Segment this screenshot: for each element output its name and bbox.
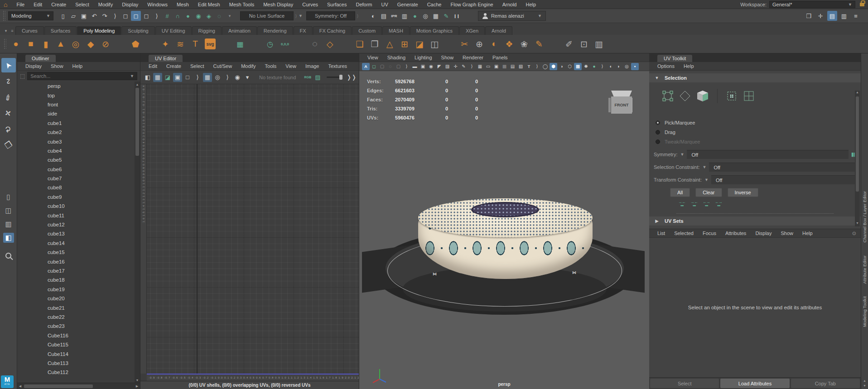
chevron-down-icon[interactable]: ▾ [243, 73, 252, 82]
make-live-icon[interactable]: ◌ [214, 11, 224, 21]
scale-tool[interactable]: ❏ [1, 137, 16, 152]
attribute-editor-menu-item[interactable]: List [653, 231, 670, 236]
uv-editor-menu-item[interactable]: Tools [260, 63, 281, 69]
filter-icon[interactable]: ⬚ [20, 73, 25, 79]
channel-box-toggle-icon[interactable]: ≡ [851, 11, 861, 21]
platonic-solid-icon[interactable]: ⬟ [128, 37, 143, 51]
snap-viewplane-icon[interactable]: ◈ [204, 11, 214, 21]
file-new-icon[interactable]: ▯ [58, 11, 68, 21]
extrude-icon[interactable]: ⊞ [397, 37, 412, 51]
modeling-toolkit-toggle-icon[interactable]: ❒ [804, 11, 814, 21]
scroll-left-icon[interactable]: ◀ [17, 384, 23, 388]
outliner-tab[interactable]: Outliner [25, 55, 56, 62]
menubar-item[interactable]: Edit [29, 2, 47, 7]
quad-draw-icon[interactable]: ✎ [532, 37, 546, 51]
snap-projected-center-icon[interactable]: ◉ [193, 11, 203, 21]
wrap-icon[interactable]: ◇ [323, 37, 337, 51]
menubar-item[interactable]: Mesh Tools [225, 2, 259, 7]
smooth-icon[interactable]: △ [382, 37, 397, 51]
transform-constraint-value[interactable]: Off [711, 175, 856, 184]
view-cube-top[interactable] [611, 91, 632, 96]
view-cube-left[interactable] [608, 98, 611, 112]
attribute-editor-menu-item[interactable]: Attributes [721, 231, 751, 236]
workspace-select[interactable]: General* ▼ [769, 1, 855, 8]
copy-tab-button[interactable]: Copy Tab [791, 379, 860, 388]
select-button[interactable]: Select [650, 379, 719, 388]
lattice-icon[interactable]: ◌ [308, 37, 322, 51]
menubar-item[interactable]: Create [47, 2, 71, 7]
outliner-menu-item[interactable]: Display [21, 63, 46, 69]
select-hierarchy-icon[interactable]: ◻ [121, 11, 130, 21]
menubar-item[interactable]: Edit Mesh [193, 2, 225, 7]
outliner-item[interactable]: cube3 [17, 137, 140, 146]
select-uv-icon[interactable] [661, 89, 675, 103]
menubar-item[interactable]: Mesh Display [259, 2, 298, 7]
outliner-item[interactable]: cube10 [17, 202, 140, 211]
mirror-icon[interactable]: ◐ [487, 37, 502, 51]
lookdev-icon[interactable]: ◎ [420, 11, 430, 21]
rgb-channels-icon[interactable]: RGB [303, 73, 312, 82]
shelf-tab[interactable]: MASH [382, 26, 410, 35]
uv-borders-icon[interactable]: ▣ [173, 73, 182, 82]
layout-persp-outliner[interactable]: ▥ [3, 219, 14, 229]
outliner-item[interactable]: cube20 [17, 294, 140, 303]
layout-single-pane[interactable]: ▯ [3, 192, 14, 202]
hypershade-icon[interactable]: ● [410, 11, 420, 21]
shelf-tab[interactable]: FX [294, 26, 313, 35]
shelf-tab[interactable]: Motion Graphics [410, 26, 459, 35]
image-dim-slider[interactable] [327, 77, 342, 78]
super-shape-icon[interactable]: ✦ [158, 37, 173, 51]
outliner-item[interactable]: cube9 [17, 192, 140, 202]
lock-icon[interactable] [860, 3, 864, 6]
attribute-editor-toggle-icon[interactable]: ▤ [827, 11, 837, 21]
ipr-render-icon[interactable]: IPR [389, 11, 399, 21]
paint-select-tool[interactable]: ✎ [1, 90, 16, 104]
paint-effects-icon[interactable]: ✎ [441, 11, 451, 21]
uv-editor-menu-item[interactable]: Create [162, 63, 186, 69]
uv-toolkit-menu-item[interactable]: Help [679, 63, 699, 69]
uv-tile-view-icon[interactable]: ▦ [153, 73, 162, 82]
poly-disc-icon[interactable]: ⊘ [98, 37, 113, 51]
multi-cut-icon[interactable]: ✂ [457, 37, 472, 51]
menubar-item[interactable]: Modify [94, 2, 117, 7]
grid-icon[interactable]: ▦ [233, 37, 247, 51]
outliner-item[interactable]: cube15 [17, 248, 140, 257]
scroll-down-icon[interactable]: ▼ [136, 377, 139, 383]
reset-transform-icon[interactable]: 0,0,0 [278, 37, 292, 51]
menubar-item[interactable]: Display [117, 2, 143, 7]
uv-snapshot-camera-icon[interactable]: ◉ [233, 73, 242, 82]
poly-cylinder-icon[interactable]: ▮ [39, 37, 53, 51]
crease-tool-icon[interactable]: ✐ [562, 37, 576, 51]
menubar-item[interactable]: Deform [351, 2, 376, 7]
uv-editor-menu-item[interactable]: Textures [323, 63, 352, 69]
menu-set-select[interactable]: Modeling ▼ [8, 11, 53, 20]
scroll-up-icon[interactable]: ▲ [863, 379, 866, 384]
outliner-menu-item[interactable]: Show [46, 63, 68, 69]
outliner-item[interactable]: cube18 [17, 275, 140, 284]
poly-plane-icon[interactable]: ◆ [83, 37, 98, 51]
file-open-icon[interactable]: ▱ [68, 11, 78, 21]
outliner-item[interactable]: side [17, 109, 140, 118]
outliner-item[interactable]: cube11 [17, 211, 140, 220]
menubar-item[interactable]: Mesh [172, 2, 193, 7]
uv-sets-section-header[interactable]: ▶ UV Sets [649, 216, 861, 226]
manipulator-handle[interactable]: ⋈ [433, 272, 437, 276]
pin-icon[interactable]: ⊙ [852, 231, 856, 236]
menubar-item[interactable]: File [12, 2, 29, 7]
outliner-menu-item[interactable]: Help [68, 63, 87, 69]
bridge-icon[interactable]: ◫ [427, 37, 442, 51]
shelf-tab[interactable]: UV Editing [155, 26, 192, 35]
select-object-icon[interactable]: ◻ [131, 11, 141, 21]
attribute-editor-menu-item[interactable]: Focus [698, 231, 721, 236]
load-attributes-button[interactable]: Load Attributes [720, 379, 789, 388]
attribute-editor-menu-item[interactable]: Show [776, 231, 798, 236]
menubar-item[interactable]: Surfaces [323, 2, 351, 7]
file-save-icon[interactable]: ▣ [79, 11, 89, 21]
chevron-down-icon[interactable]: ▼ [299, 14, 303, 18]
poly-type-icon[interactable]: T [188, 37, 203, 51]
scroll-down-icon[interactable]: ▼ [863, 384, 866, 389]
outliner-item[interactable]: cube7 [17, 174, 140, 183]
layout-four-pane[interactable]: ◫ [3, 206, 14, 216]
render-current-frame-icon[interactable]: ▤ [379, 11, 389, 21]
all-button[interactable]: All [670, 188, 690, 197]
